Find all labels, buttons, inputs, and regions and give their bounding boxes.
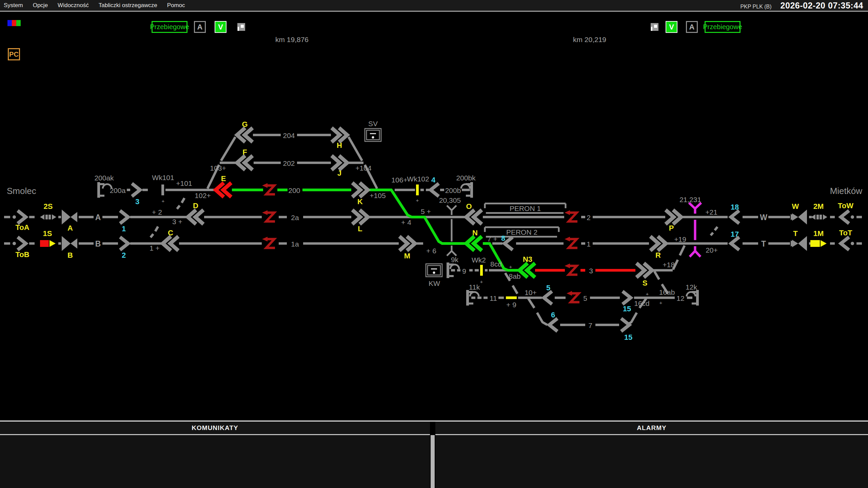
name-F: F — [242, 148, 247, 156]
direction-chevron-8[interactable] — [505, 237, 513, 250]
direction-chevron-15b[interactable] — [621, 318, 629, 331]
closure-track-3-icon[interactable] — [565, 263, 577, 275]
label-9k: 9k — [451, 256, 459, 263]
label-track-9: 9 — [462, 267, 466, 275]
approach-ToW-icon[interactable] — [841, 211, 854, 223]
name-C: C — [168, 229, 173, 237]
signal-F[interactable] — [237, 156, 253, 170]
marker-Wk101-icon[interactable] — [161, 184, 164, 195]
level-crossing-20305[interactable] — [447, 206, 456, 256]
name-ToW: ToW — [838, 201, 853, 210]
signal-M[interactable] — [399, 236, 415, 251]
approach-ToT-icon[interactable] — [841, 237, 854, 250]
name-ToT: ToT — [839, 229, 852, 237]
direction-chevron-2[interactable] — [120, 237, 128, 250]
label-wk101-plus: + — [162, 198, 165, 204]
panel-divider[interactable] — [431, 435, 435, 488]
label-sw5: 5 + — [421, 208, 431, 215]
approach-ToB-icon[interactable] — [13, 237, 26, 250]
signal-L[interactable] — [352, 210, 368, 224]
level-crossing-21231[interactable] — [689, 203, 701, 257]
messages-list[interactable] — [0, 435, 430, 488]
signal-G[interactable] — [237, 128, 253, 142]
signal-K[interactable] — [352, 183, 368, 197]
approach-ToA-icon[interactable] — [13, 211, 26, 223]
name-2M: 2M — [813, 202, 824, 211]
label-sw10: 10+ — [525, 289, 537, 296]
label-track-11: 11 — [490, 294, 497, 302]
signal-C[interactable] — [163, 236, 178, 251]
label-sw20: 20+ — [706, 246, 718, 254]
label-200ak: 200ak — [94, 174, 114, 182]
label-track-W: W — [760, 213, 767, 222]
block-indicator-1M-icon[interactable] — [810, 240, 827, 247]
block-indicator-2S-icon[interactable] — [40, 214, 56, 220]
num-1: 1 — [122, 225, 126, 233]
num-18: 18 — [731, 203, 739, 211]
label-track-1: 1 — [587, 240, 591, 248]
label-wk101: Wk101 — [152, 174, 174, 181]
name-J: J — [337, 169, 341, 177]
direction-chevron-200b[interactable] — [431, 183, 439, 196]
name-1M: 1M — [813, 229, 824, 238]
label-16-plus-a: + — [646, 291, 649, 297]
name-K: K — [357, 197, 363, 206]
signal-P[interactable] — [666, 210, 681, 224]
num-4: 4 — [431, 176, 436, 184]
closure-track-5-icon[interactable] — [567, 291, 579, 302]
name-N: N — [472, 229, 478, 237]
num-5: 5 — [546, 284, 550, 292]
signal-E-red[interactable] — [216, 183, 231, 197]
direction-chevron-200a[interactable] — [132, 183, 140, 196]
closure-track-200-icon[interactable] — [262, 183, 275, 194]
label-16cd: 16cd — [634, 299, 650, 307]
label-102: 102+ — [195, 192, 211, 199]
direction-chevron-18[interactable] — [731, 211, 739, 223]
signal-D[interactable] — [188, 210, 203, 224]
direction-chevron-15a[interactable] — [623, 291, 631, 304]
signal-J[interactable] — [332, 156, 347, 170]
equipment-box-KW[interactable] — [426, 264, 442, 277]
signal-N-green[interactable] — [466, 236, 482, 251]
label-track-200: 200 — [288, 187, 300, 194]
signal-S[interactable] — [636, 263, 652, 277]
exit-marker-T-icon — [792, 236, 807, 251]
label-track-2a: 2a — [291, 214, 299, 221]
name-W: W — [792, 202, 799, 211]
label-kw: KW — [429, 279, 440, 287]
closure-track-2-icon[interactable] — [565, 210, 577, 221]
equipment-box-SV[interactable] — [365, 129, 381, 141]
label-sw18: +18 — [663, 261, 675, 269]
alarms-list[interactable] — [435, 435, 868, 488]
marker-Wk2-icon[interactable] — [480, 265, 483, 276]
name-2S: 2S — [44, 202, 53, 211]
name-R: R — [655, 251, 661, 259]
label-peron1: PERON 1 — [510, 204, 541, 212]
block-indicator-1S-icon[interactable] — [40, 240, 56, 247]
direction-chevron-1[interactable] — [120, 211, 128, 223]
label-track-1a: 1a — [291, 240, 299, 248]
label-km-20305: 20,305 — [439, 196, 461, 204]
closure-track-1a-icon[interactable] — [262, 237, 275, 248]
label-sw6: + 6 — [426, 247, 436, 255]
label-103: 103+ — [210, 164, 226, 172]
label-track-204: 204 — [283, 132, 295, 139]
label-wk102: Wk102 — [407, 175, 429, 183]
signal-N3-green[interactable] — [519, 263, 535, 277]
signal-H[interactable] — [332, 128, 347, 142]
marker-Wk102-icon[interactable] — [416, 184, 419, 195]
signal-O[interactable] — [466, 210, 482, 224]
direction-chevron-6[interactable] — [549, 318, 557, 331]
exit-marker-W-icon — [792, 210, 807, 225]
label-101: +101 — [176, 179, 192, 187]
label-sw19: +19 — [674, 235, 686, 243]
label-200b: 200b — [445, 187, 461, 194]
closure-track-2a-icon[interactable] — [262, 210, 275, 221]
direction-chevron-17[interactable] — [731, 237, 739, 250]
signal-R[interactable] — [650, 236, 666, 251]
block-indicator-2M-icon[interactable] — [811, 214, 827, 220]
label-8cd: 8cd — [490, 260, 502, 268]
closure-track-1-icon[interactable] — [565, 237, 577, 248]
station-name-left: Smolec — [7, 186, 36, 196]
direction-chevron-5[interactable] — [544, 291, 552, 304]
